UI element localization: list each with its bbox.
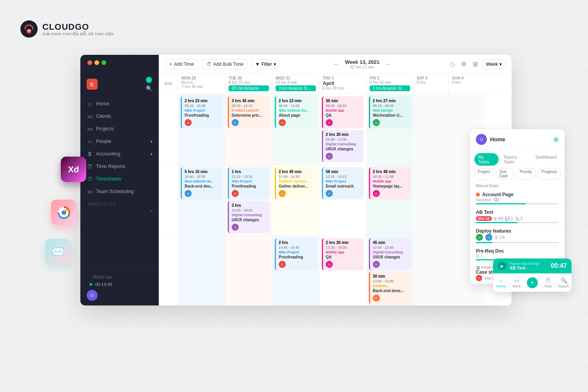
search-button[interactable]: 🔍 bbox=[146, 85, 152, 92]
hw-header: U Home ⊕ bbox=[470, 129, 564, 150]
entry-thu-1a[interactable]: 30 min 08:45 - 09:15 Mobile app QA U bbox=[322, 96, 364, 128]
main-window: C + 🔍 ⌂ Home ▭ Clients ▭ Projects ○ Peop bbox=[80, 55, 512, 305]
hw-filter-due-date[interactable]: Due Date bbox=[496, 168, 514, 180]
entry-thu-2[interactable]: 58 min 12:15 - 13:13 Nike Project Email … bbox=[322, 167, 364, 199]
maximize-button[interactable] bbox=[102, 60, 106, 65]
mw-nav-work[interactable]: ▭ Work bbox=[509, 276, 524, 289]
hw-filter-project[interactable]: Project bbox=[474, 168, 494, 180]
hw-tab-my-tasks[interactable]: My Tasks bbox=[474, 153, 499, 166]
entry-mon-1[interactable]: 2 hrs 23 min 08:15 - 10:38 Nike Project … bbox=[181, 96, 223, 128]
progress-ab-test bbox=[476, 222, 559, 223]
people-icon: ○ bbox=[87, 138, 93, 145]
entry-avatar: U bbox=[326, 153, 333, 160]
hw-tabs: My Tasks Team's Tasks Dashboard bbox=[470, 150, 564, 166]
week-title: Week 13, 2021 bbox=[345, 59, 379, 65]
logo-text: CLOUDGO GIẢI PHÁP CHUYỂN ĐỔI SỐ TINH GỌN bbox=[42, 22, 114, 36]
fri-cell-2: 2 hrs 48 min 09:00 - 11:48 Mobile app Ho… bbox=[367, 165, 414, 235]
filter-button[interactable]: ▼ Filter ▾ bbox=[252, 59, 279, 69]
close-button[interactable] bbox=[87, 60, 92, 65]
entry-tue-1[interactable]: 3 hrs 45 min 08:30 - 12:15 Product Launc… bbox=[228, 96, 270, 128]
hw-filter-progress[interactable]: Progress bbox=[538, 168, 561, 180]
tue-cell-1: 3 hrs 45 min 08:30 - 12:15 Product Launc… bbox=[225, 94, 272, 164]
wed-cell-2: 2 hrs 45 min 11:45 - 14:30 Delivery Syst… bbox=[272, 165, 319, 235]
bulk-header: Bulk bbox=[159, 74, 178, 94]
entry-fri-3a[interactable]: 45 min 12:00 - 12:45 Digital Consulting … bbox=[369, 238, 411, 270]
fri-cell-1: 2 hrs 27 min 06:15 - 08:42 Web Design Wo… bbox=[367, 94, 414, 164]
mw-add-icon[interactable]: + bbox=[527, 277, 538, 288]
entry-avatar: U bbox=[326, 190, 333, 197]
diamond-icon[interactable]: ◇ bbox=[448, 59, 456, 69]
calendar-row-3: 2 hrs 14:45 - 16:45 Nike Project Proofre… bbox=[159, 236, 512, 305]
mw-nav-add[interactable]: + bbox=[524, 276, 540, 289]
sidebar-item-people[interactable]: ○ People ▾ bbox=[83, 135, 156, 147]
sidebar-item-team-scheduling[interactable]: ▭ Team Scheduling bbox=[83, 186, 156, 197]
entry-wed-2[interactable]: 2 hrs 45 min 11:45 - 14:30 Delivery Syst… bbox=[275, 167, 317, 199]
amazon-bar-wed: 3 hrs Amazon Store bbox=[276, 85, 316, 91]
sidebar: C + 🔍 ⌂ Home ▭ Clients ▭ Projects ○ Peop bbox=[80, 55, 159, 305]
entry-fri-3b[interactable]: 30 min 13:00 - 13:30 Amazon... Back-end … bbox=[369, 272, 411, 304]
team-scheduling-icon: ▭ bbox=[87, 188, 93, 195]
amazon-bar-tue: 30 min Amazon bbox=[229, 85, 269, 91]
entry-avatar: U bbox=[279, 261, 286, 268]
entry-avatar: U bbox=[232, 224, 239, 231]
sidebar-item-accounting[interactable]: $ Accounting ▾ bbox=[83, 148, 156, 160]
entry-thu-3[interactable]: 2 hrs 30 min 13:30 - 16:00 Mobile app QA… bbox=[322, 238, 364, 270]
entry-wed-1[interactable]: 2 hrs 23 min 08:45 - 11:08 Nike Science … bbox=[275, 96, 317, 128]
home-icon: ⌂ bbox=[87, 101, 93, 107]
hw-task-ab-test[interactable]: AB Test Mar 19 ☰ 3/5 💬 2 📎 3 bbox=[470, 207, 564, 226]
week-view-dropdown[interactable]: Week ▾ bbox=[483, 59, 505, 69]
entry-avatar: U bbox=[373, 119, 380, 126]
mw-play-button[interactable]: ▶ bbox=[498, 262, 506, 270]
entry-wed-3[interactable]: 2 hrs 14:45 - 16:45 Nike Project Proofre… bbox=[275, 238, 317, 270]
calendar-row-1: 2 hrs 23 min 08:15 - 10:38 Nike Project … bbox=[159, 94, 512, 165]
plus-icon: + bbox=[169, 61, 172, 67]
hw-user-avatar: U bbox=[476, 134, 487, 145]
hw-badge-date: Mar 19 bbox=[476, 216, 492, 221]
new-button[interactable]: + bbox=[146, 77, 152, 83]
entry-fri-2[interactable]: 2 hrs 48 min 09:00 - 11:48 Mobile app Ho… bbox=[369, 167, 411, 199]
sidebar-item-clients[interactable]: ▭ Clients bbox=[83, 110, 156, 122]
timer-play-icon: ▶ bbox=[90, 282, 93, 287]
amazon-bar-fri: 1 hrs Amazon Store bbox=[370, 85, 410, 91]
entry-fri-1[interactable]: 2 hrs 27 min 06:15 - 08:42 Web Design Wo… bbox=[369, 96, 411, 128]
next-week-button[interactable]: → bbox=[383, 60, 394, 69]
user-avatar[interactable]: U bbox=[87, 290, 98, 301]
sidebar-item-home[interactable]: ⌂ Home bbox=[83, 98, 156, 110]
toolbar: + Add Time ⏱ Add Bulk Time ▼ Filter ▾ ← … bbox=[159, 55, 512, 74]
bulk-cell-1 bbox=[159, 94, 178, 164]
entry-thu-1b[interactable]: 2 hrs 30 min 09:30 - 12:00 Digital Consu… bbox=[322, 130, 364, 162]
timer-display: 00:14:49 bbox=[95, 282, 112, 287]
minimize-button[interactable] bbox=[94, 60, 99, 65]
timesheets-icon: ⏱ bbox=[87, 176, 93, 182]
sidebar-item-time-reports[interactable]: ⏱ Time Reports bbox=[83, 161, 156, 172]
entry-tue-2a[interactable]: 1 hrs 12:15 - 13:15 Nike Project Proofre… bbox=[228, 167, 270, 199]
mw-timer-info: Paymo App Design AB Test bbox=[510, 262, 548, 270]
mw-nav-home[interactable]: ⌂ Home bbox=[493, 276, 509, 289]
hw-add-button[interactable]: ⊕ bbox=[553, 135, 559, 144]
fri-cell-3: 45 min 12:00 - 12:45 Digital Consulting … bbox=[367, 236, 414, 305]
mobile-app-label: Mobile app bbox=[85, 273, 154, 280]
hw-tab-team-tasks[interactable]: Team's Tasks bbox=[499, 153, 531, 166]
add-time-button[interactable]: + Add Time bbox=[165, 59, 198, 69]
hw-tab-dashboard[interactable]: Dashboard bbox=[532, 153, 561, 166]
settings-icon[interactable]: ⚙ bbox=[459, 59, 468, 69]
accounting-icon: $ bbox=[87, 151, 93, 157]
sidebar-item-projects[interactable]: ▭ Projects bbox=[83, 123, 156, 135]
bulk-cell-2 bbox=[159, 165, 178, 235]
mon-cell-2: 5 hrs 15 min 10:40 - 15:55 New website d… bbox=[178, 165, 225, 235]
mw-timer-bar: ▶ Paymo App Design AB Test 00:47 bbox=[493, 258, 572, 273]
mw-nav-search[interactable]: 🔍 Search bbox=[556, 276, 572, 289]
add-bulk-button[interactable]: ⏱ Add Bulk Time bbox=[202, 59, 248, 69]
shortcuts-arrow[interactable]: ▾ bbox=[150, 209, 152, 214]
entry-tue-2b[interactable]: 3 hrs 15:00 - 18:00 Digital Consulting U… bbox=[228, 201, 270, 233]
hw-task-deploy[interactable]: Deploy features U U ☰ 1/9 bbox=[470, 226, 564, 246]
hw-filter-priority[interactable]: Priority bbox=[516, 168, 535, 180]
entry-avatar: U bbox=[232, 119, 239, 126]
mw-nav-time[interactable]: ⏱ Time bbox=[540, 276, 556, 289]
sidebar-item-timesheets[interactable]: ⏱ Timesheets bbox=[83, 173, 156, 185]
entry-avatar: U bbox=[185, 119, 192, 126]
hw-task-account-page[interactable]: Account Page Backend 2 bbox=[470, 190, 564, 207]
entry-mon-2[interactable]: 5 hrs 15 min 10:40 - 15:55 New website d… bbox=[181, 167, 223, 199]
grid-icon[interactable]: ⊞ bbox=[471, 59, 479, 69]
prev-week-button[interactable]: ← bbox=[331, 60, 342, 69]
